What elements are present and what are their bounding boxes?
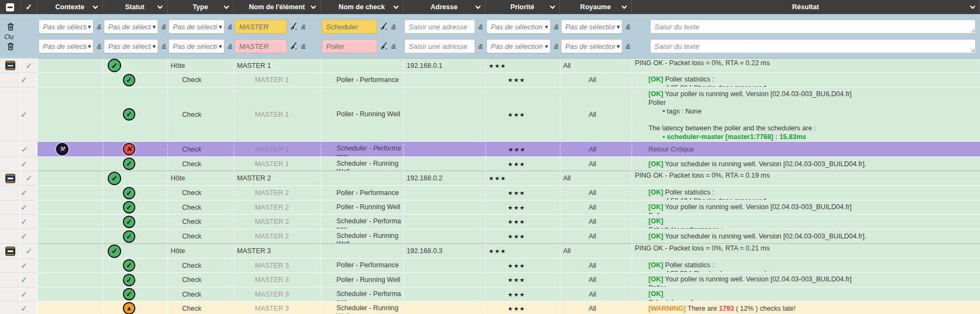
filter-statut-select[interactable]: Pas de sélection▾: [104, 20, 158, 34]
filter-type-select[interactable]: Pas de sélection▾: [168, 20, 224, 34]
filter-check-input[interactable]: [322, 20, 377, 34]
row-select-cell: ✓: [21, 72, 38, 87]
priority-stars: ★★★: [508, 77, 526, 83]
select-all-button[interactable]: ✓: [21, 0, 38, 14]
chevron-down-icon[interactable]: [970, 4, 976, 9]
cell-statut: ✓: [103, 156, 167, 171]
row-check-icon[interactable]: ✓: [21, 76, 27, 84]
table-row: ✓ ✓ Check MASTER 2 Scheduler - Performan…: [0, 214, 980, 229]
clear-filter-broom-icon[interactable]: [289, 42, 298, 51]
filter-priorite-select[interactable]: Pas de sélection▾: [486, 20, 551, 34]
and-separator: &: [97, 42, 102, 51]
column-header-contexte[interactable]: Contexte: [38, 0, 103, 14]
row-check-icon[interactable]: ✓: [26, 174, 32, 183]
row-check-icon[interactable]: ✓: [21, 261, 27, 270]
row-check-icon[interactable]: ✓: [21, 275, 27, 284]
filter-contexte-select[interactable]: Pas de sélection▾: [39, 39, 93, 53]
clear-filter-broom-icon[interactable]: [379, 22, 388, 31]
row-check-icon[interactable]: ✓: [26, 247, 32, 255]
column-header-nom-de-check[interactable]: Nom de check: [321, 0, 403, 14]
row-check-icon[interactable]: ✓: [21, 160, 27, 168]
collapse-row-button[interactable]: [5, 174, 15, 183]
result-segment: Your poller is running well. Version [02…: [663, 90, 852, 98]
table-row: ✓ ✓ Check MASTER 3 Scheduler - Performan…: [0, 287, 980, 301]
chevron-down-icon[interactable]: [224, 4, 229, 9]
column-label: Type: [192, 3, 208, 11]
result-segment: There are: [686, 305, 719, 312]
result-segment: Your scheduler is running well. Version …: [663, 233, 866, 240]
cell-contexte: [38, 287, 103, 301]
column-label: Contexte: [55, 3, 84, 11]
filter-priorite-select[interactable]: Pas de sélection▾: [486, 39, 551, 53]
clear-filter-broom-icon[interactable]: [379, 42, 388, 51]
filter-type-select[interactable]: Pas de sélection▾: [168, 39, 224, 53]
result-segment: [OK]: [648, 160, 663, 168]
result-line: Retour Critique: [648, 145, 980, 154]
trash-icon[interactable]: [7, 42, 14, 51]
row-expander-cell: [0, 171, 21, 185]
status-ok-icon: ✓: [124, 289, 134, 299]
chevron-down-icon[interactable]: [550, 4, 555, 9]
filter-result-input[interactable]: [650, 39, 976, 53]
chevron-down-icon[interactable]: [158, 4, 163, 9]
cell-resultat: PING OK - Packet loss = 0%, RTA = 0.21 m…: [632, 243, 980, 258]
cell-element: MASTER 2: [234, 229, 321, 243]
row-check-icon[interactable]: ✓: [21, 232, 27, 241]
trash-icon[interactable]: [7, 23, 14, 31]
column-header-type[interactable]: Type: [167, 0, 234, 14]
resize-grip-icon[interactable]: [971, 48, 975, 52]
resize-grip-icon[interactable]: [971, 29, 975, 33]
cell-resultat: [OK] Poller statistics :• [ 25.66 ] Chec…: [632, 72, 980, 87]
column-header-element[interactable]: Nom de l'élément: [234, 0, 321, 14]
row-check-icon[interactable]: ✓: [21, 304, 27, 313]
row-check-icon[interactable]: ✓: [26, 61, 32, 70]
and-separator: &: [228, 42, 233, 51]
status-ok-icon: ✓: [124, 260, 134, 271]
column-header-royaume[interactable]: Royaume: [560, 0, 632, 14]
filter-royaume-select[interactable]: Pas de sélection▾: [561, 20, 622, 34]
row-check-icon[interactable]: ✓: [21, 145, 27, 154]
filter-contexte-select[interactable]: Pas de sélection▾: [39, 20, 93, 34]
row-check-icon[interactable]: ✓: [21, 110, 27, 119]
row-check-icon[interactable]: ✓: [21, 189, 27, 197]
chevron-down-icon[interactable]: [394, 4, 399, 9]
cell-statut: ✓: [103, 72, 167, 87]
result-line: Poller: [648, 98, 980, 107]
cell-contexte: [38, 258, 103, 272]
result-segment: Poller statistics :: [663, 261, 714, 269]
row-expander-cell: [0, 141, 21, 156]
filter-statut-select[interactable]: Pas de sélection▾: [104, 39, 158, 53]
filter-check-input[interactable]: [322, 39, 377, 53]
column-header-priorite[interactable]: Priorité: [485, 0, 560, 14]
chevron-down-icon[interactable]: [93, 4, 98, 9]
cell-nom-de-check: Poller - Running Well: [321, 87, 403, 141]
filter-element-input[interactable]: [235, 39, 287, 53]
row-check-icon[interactable]: ✓: [21, 203, 27, 212]
cell-contexte: [38, 272, 103, 287]
cell-adresse: [403, 258, 485, 272]
chevron-down-icon[interactable]: [622, 4, 627, 9]
row-select-cell: ✓: [21, 258, 38, 272]
row-select-cell: ✓: [21, 243, 38, 258]
collapse-row-button[interactable]: [5, 247, 15, 256]
collapse-row-button[interactable]: [5, 61, 15, 70]
result-line: [OK] Your scheduler is running well. Ver…: [648, 232, 980, 241]
filter-address-input[interactable]: [404, 20, 475, 34]
caret-down-icon: ▾: [88, 23, 91, 30]
chevron-down-icon[interactable]: [476, 4, 481, 9]
row-check-icon[interactable]: ✓: [21, 290, 27, 299]
cell-nom-de-check: Scheduler - Performance: [321, 141, 403, 156]
filter-address-input[interactable]: [404, 39, 475, 53]
column-header-adresse[interactable]: Adresse: [403, 0, 485, 14]
filter-royaume-select[interactable]: Pas de sélection▾: [561, 39, 622, 53]
filter-result-input[interactable]: [650, 20, 976, 34]
filter-element-input[interactable]: [235, 20, 287, 34]
column-header-resultat[interactable]: Résultat: [632, 0, 980, 14]
and-separator: &: [161, 42, 166, 51]
chevron-down-icon[interactable]: [311, 4, 316, 9]
collapse-all-button[interactable]: [0, 0, 21, 14]
row-check-icon[interactable]: ✓: [21, 217, 27, 226]
result-segment: Poller: [648, 99, 666, 106]
column-header-statut[interactable]: Statut: [103, 0, 167, 14]
clear-filter-broom-icon[interactable]: [289, 22, 298, 31]
